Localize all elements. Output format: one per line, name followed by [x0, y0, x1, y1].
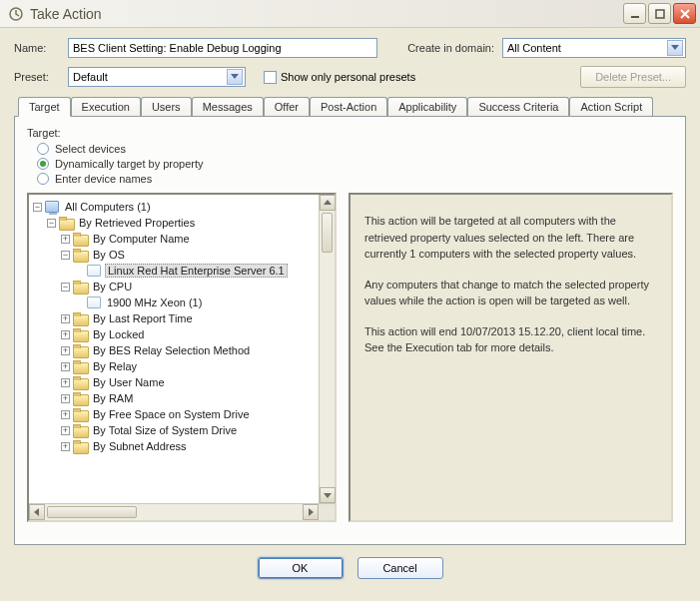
domain-value: All Content	[507, 42, 561, 54]
expand-icon[interactable]: +	[61, 410, 70, 419]
property-tree: − All Computers (1) − By Retrieved Prope…	[27, 193, 337, 522]
tree-item[interactable]: By CPU	[91, 281, 134, 293]
tree-item[interactable]: 1900 MHz Xeon (1)	[105, 297, 204, 308]
folder-icon	[73, 233, 87, 245]
svg-rect-2	[656, 10, 664, 18]
tree-selected-item[interactable]: Linux Red Hat Enterprise Server 6.1	[105, 264, 288, 278]
preset-value: Default	[73, 71, 108, 83]
folder-icon	[73, 376, 87, 388]
tree-item[interactable]: By Locked	[91, 328, 146, 340]
tab-action-script[interactable]: Action Script	[569, 97, 653, 117]
scroll-track[interactable]	[320, 211, 335, 487]
expand-icon[interactable]: +	[61, 235, 70, 244]
tree-item[interactable]: By Last Report Time	[91, 312, 195, 324]
show-personal-label: Show only personal presets	[281, 71, 415, 83]
tree-item[interactable]: By Free Space on System Drive	[91, 408, 252, 420]
description-panel: This action will be targeted at all comp…	[349, 193, 673, 522]
expand-icon[interactable]: +	[61, 426, 70, 435]
leaf-icon	[87, 297, 101, 308]
tree-item[interactable]: By Retrieved Properties	[77, 217, 197, 229]
folder-icon	[73, 440, 87, 452]
tabstrip: Target Execution Users Messages Offer Po…	[14, 96, 686, 116]
radio-dynamic-target[interactable]: Dynamically target by property	[37, 158, 673, 170]
scroll-up-icon[interactable]	[320, 195, 336, 211]
description-text: This action will end 10/07/2013 15.12.20…	[364, 323, 657, 356]
expand-icon[interactable]: +	[61, 362, 70, 371]
tree-item[interactable]: By BES Relay Selection Method	[91, 344, 252, 356]
tree-item[interactable]: By Computer Name	[91, 233, 192, 245]
name-label: Name:	[14, 42, 68, 54]
horizontal-scrollbar[interactable]	[29, 503, 335, 520]
folder-icon	[73, 344, 87, 356]
svg-rect-1	[631, 16, 639, 18]
radio-icon	[37, 158, 49, 170]
description-text: Any computers that change to match the s…	[364, 277, 657, 309]
folder-icon	[73, 424, 87, 436]
computer-icon	[45, 201, 59, 213]
dialog-buttons: OK Cancel	[14, 557, 686, 579]
tab-messages[interactable]: Messages	[192, 97, 264, 117]
collapse-icon[interactable]: −	[61, 251, 70, 260]
expand-icon[interactable]: +	[61, 330, 70, 339]
cancel-button[interactable]: Cancel	[357, 557, 443, 579]
leaf-icon	[87, 265, 101, 277]
scroll-down-icon[interactable]	[320, 487, 336, 503]
folder-icon	[73, 328, 87, 340]
scroll-track[interactable]	[45, 504, 303, 520]
preset-select[interactable]: Default	[68, 67, 246, 87]
scroll-thumb[interactable]	[322, 213, 333, 253]
target-heading: Target:	[27, 127, 673, 139]
maximize-button[interactable]	[648, 3, 671, 24]
expand-icon[interactable]: +	[61, 346, 70, 355]
window-content: Name: Create in domain: All Content Pres…	[0, 28, 700, 587]
ok-button[interactable]: OK	[258, 557, 344, 579]
domain-select[interactable]: All Content	[502, 38, 686, 58]
show-personal-checkbox[interactable]	[264, 71, 277, 84]
tree-item[interactable]: By Total Size of System Drive	[91, 424, 239, 436]
tree-body[interactable]: − All Computers (1) − By Retrieved Prope…	[29, 195, 319, 503]
radio-enter-names[interactable]: Enter device names	[37, 173, 673, 185]
tree-item[interactable]: By RAM	[91, 392, 135, 404]
name-input[interactable]	[68, 38, 377, 58]
scroll-right-icon[interactable]	[303, 504, 319, 520]
tree-item[interactable]: By OS	[91, 249, 127, 261]
expand-icon[interactable]: +	[61, 394, 70, 403]
tree-root[interactable]: All Computers (1)	[63, 201, 153, 213]
preset-label: Preset:	[14, 71, 68, 83]
tab-execution[interactable]: Execution	[71, 97, 141, 117]
scroll-corner	[319, 504, 335, 520]
tree-item[interactable]: By Subnet Address	[91, 440, 189, 452]
expand-icon[interactable]: +	[61, 314, 70, 323]
tab-target[interactable]: Target	[18, 97, 71, 117]
close-button[interactable]	[673, 3, 696, 24]
window-title: Take Action	[30, 6, 621, 22]
target-panel: Target: Select devices Dynamically targe…	[14, 116, 686, 545]
radio-icon	[37, 173, 49, 185]
tab-users[interactable]: Users	[141, 97, 192, 117]
tab-applicability[interactable]: Applicability	[387, 97, 467, 117]
radio-select-devices[interactable]: Select devices	[37, 143, 673, 155]
scroll-thumb[interactable]	[47, 506, 137, 518]
folder-icon	[73, 281, 87, 293]
folder-icon	[59, 217, 73, 229]
tree-item[interactable]: By Relay	[91, 360, 139, 372]
collapse-icon[interactable]: −	[61, 283, 70, 292]
expand-icon[interactable]: +	[61, 442, 70, 451]
chevron-down-icon	[227, 69, 243, 85]
folder-icon	[73, 408, 87, 420]
tab-post-action[interactable]: Post-Action	[310, 97, 387, 117]
titlebar: Take Action	[0, 0, 700, 28]
folder-icon	[73, 312, 87, 324]
collapse-icon[interactable]: −	[47, 219, 56, 228]
tab-success-criteria[interactable]: Success Criteria	[467, 97, 569, 117]
tab-offer[interactable]: Offer	[264, 97, 310, 117]
minimize-button[interactable]	[623, 3, 646, 24]
collapse-icon[interactable]: −	[33, 203, 42, 212]
vertical-scrollbar[interactable]	[319, 195, 335, 503]
folder-icon	[73, 249, 87, 261]
tree-item[interactable]: By User Name	[91, 376, 167, 388]
scroll-left-icon[interactable]	[29, 504, 45, 520]
description-text: This action will be targeted at all comp…	[364, 213, 657, 263]
expand-icon[interactable]: +	[61, 378, 70, 387]
folder-icon	[73, 392, 87, 404]
